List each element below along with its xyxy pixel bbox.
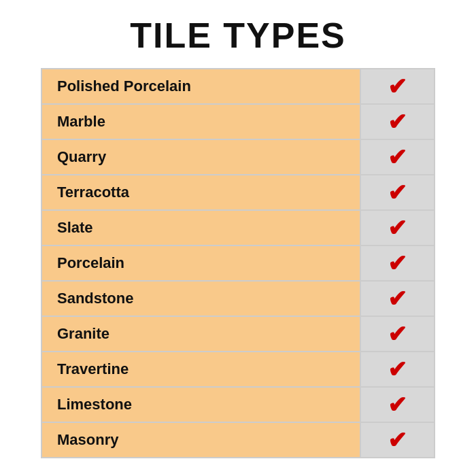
checkmark-icon: ✔ [388,73,407,99]
tile-check-cell: ✔ [360,139,435,175]
tile-name-cell: Terracotta [41,175,360,210]
checkmark-icon: ✔ [388,109,407,135]
checkmark-icon: ✔ [388,180,407,205]
tile-check-cell: ✔ [360,387,435,422]
checkmark-icon: ✔ [388,392,407,418]
tile-list: Polished Porcelain✔Marble✔Quarry✔Terraco… [41,69,435,458]
tile-table: Polished Porcelain✔Marble✔Quarry✔Terraco… [41,68,435,458]
tile-name-cell: Porcelain [41,245,360,281]
tile-check-cell: ✔ [360,352,435,387]
tile-name-cell: Masonry [41,422,360,458]
table-row: Slate✔ [41,210,435,245]
table-row: Polished Porcelain✔ [41,69,435,104]
tile-check-cell: ✔ [360,281,435,316]
table-row: Granite✔ [41,316,435,352]
tile-check-cell: ✔ [360,175,435,210]
checkmark-icon: ✔ [388,215,407,241]
table-row: Quarry✔ [41,139,435,175]
tile-check-cell: ✔ [360,316,435,352]
checkmark-icon: ✔ [388,250,407,276]
table-row: Masonry✔ [41,422,435,458]
table-row: Limestone✔ [41,387,435,422]
tile-name-cell: Sandstone [41,281,360,316]
tile-name-cell: Slate [41,210,360,245]
table-row: Terracotta✔ [41,175,435,210]
tile-name-cell: Granite [41,316,360,352]
tile-check-cell: ✔ [360,104,435,139]
table-row: Sandstone✔ [41,281,435,316]
page-title: TILE TYPES [130,15,346,56]
checkmark-icon: ✔ [388,427,407,453]
table-row: Marble✔ [41,104,435,139]
tile-name-cell: Polished Porcelain [41,69,360,104]
tile-check-cell: ✔ [360,245,435,281]
tile-name-cell: Quarry [41,139,360,175]
table-row: Travertine✔ [41,352,435,387]
checkmark-icon: ✔ [388,321,407,347]
tile-name-cell: Travertine [41,352,360,387]
tile-name-cell: Marble [41,104,360,139]
checkmark-icon: ✔ [388,286,407,311]
tile-check-cell: ✔ [360,69,435,104]
tile-check-cell: ✔ [360,210,435,245]
checkmark-icon: ✔ [388,356,407,382]
tile-check-cell: ✔ [360,422,435,458]
table-row: Porcelain✔ [41,245,435,281]
tile-name-cell: Limestone [41,387,360,422]
checkmark-icon: ✔ [388,144,407,170]
